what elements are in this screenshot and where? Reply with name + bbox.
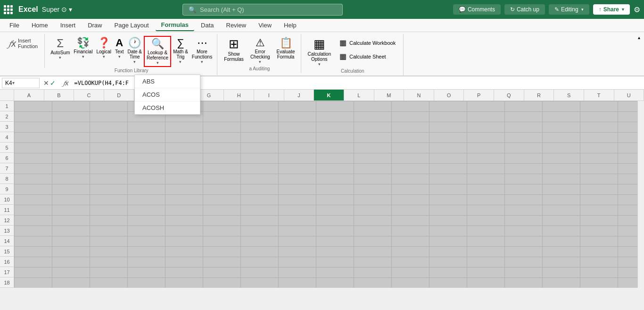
calculate-workbook-button[interactable]: ▦ Calculate Workbook: [337, 37, 398, 49]
scrollbar-right[interactable]: [637, 101, 644, 288]
row-num-13[interactable]: 13: [0, 226, 14, 236]
row-num-5[interactable]: 5: [0, 142, 14, 153]
row-num-6[interactable]: 6: [0, 153, 14, 163]
calculate-group: ▦ Calculate Workbook ▦ Calculate Sheet: [335, 36, 400, 63]
ribbon-group-function-library: Σ AutoSum ▾ 💱 Financial ▾ ❓ Logical ▾: [46, 34, 217, 75]
grid-area[interactable]: [14, 101, 637, 288]
math-arrow: ▾: [179, 59, 182, 64]
row-num-15[interactable]: 15: [0, 246, 14, 257]
search-input[interactable]: [200, 6, 337, 13]
col-header-A[interactable]: A: [14, 90, 44, 101]
editing-button[interactable]: ✎ Editing ▾: [549, 4, 589, 15]
cell-reference-box[interactable]: K4 ▾: [2, 78, 40, 88]
math-trig-button[interactable]: ∑ Math & Trig ▾: [171, 36, 190, 65]
col-header-S[interactable]: S: [554, 90, 584, 101]
row-num-1[interactable]: 1: [0, 101, 14, 111]
row-num-4[interactable]: 4: [0, 132, 14, 142]
menu-draw[interactable]: Draw: [82, 20, 107, 31]
ribbon-content: 𝑓x Insert Function Σ AutoSum ▾: [0, 32, 644, 75]
row-num-9[interactable]: 9: [0, 184, 14, 194]
auditing-buttons: ⊞ Show Formulas ⚠ Error Checking ▾ 📋 Eva…: [221, 36, 297, 65]
col-header-B[interactable]: B: [44, 90, 74, 101]
col-header-P[interactable]: P: [464, 90, 494, 101]
financial-button[interactable]: 💱 Financial ▾: [72, 36, 94, 60]
menu-home[interactable]: Home: [26, 20, 54, 31]
col-header-K[interactable]: K: [314, 90, 344, 101]
row-num-17[interactable]: 17: [0, 267, 14, 277]
col-header-T[interactable]: T: [584, 90, 614, 101]
row-num-14[interactable]: 14: [0, 236, 14, 246]
col-header-I[interactable]: I: [254, 90, 284, 101]
evaluate-formula-button[interactable]: 📋 Evaluate Formula: [274, 36, 298, 60]
col-header-O[interactable]: O: [434, 90, 464, 101]
menu-pagelayout[interactable]: Page Layout: [109, 20, 155, 31]
col-header-M[interactable]: M: [374, 90, 405, 101]
col-header-Q[interactable]: Q: [494, 90, 524, 101]
row-numbers: 1 2 3 4 5 6 7 8 9 10 11 12 13 14 15 16 1…: [0, 101, 14, 288]
autosum-button[interactable]: Σ AutoSum ▾: [49, 36, 72, 61]
share-button[interactable]: ↑ Share ▾: [593, 4, 630, 15]
formula-bar: K4 ▾ ✕ ✓ 𝑓x: [0, 76, 644, 90]
dropdown-item-abs[interactable]: ABS: [135, 75, 200, 88]
spreadsheet-area: 1 2 3 4 5 6 7 8 9 10 11 12 13 14 15 16 1…: [0, 101, 644, 288]
row-num-8[interactable]: 8: [0, 174, 14, 184]
col-header-R[interactable]: R: [524, 90, 554, 101]
datetime-button[interactable]: 🕐 Date & Time ▾: [125, 36, 144, 65]
col-header-N[interactable]: N: [404, 90, 434, 101]
waffle-icon[interactable]: [4, 5, 13, 14]
chevron-down-icon: ▾: [581, 7, 584, 12]
calculation-options-button[interactable]: ▦ Calculation Options ▾: [305, 36, 334, 67]
evaluate-icon: 📋: [280, 37, 292, 49]
lookup-reference-button[interactable]: 🔍 Lookup & Reference ▾: [144, 36, 171, 67]
row-num-3[interactable]: 3: [0, 122, 14, 132]
calculate-sheet-button[interactable]: ▦ Calculate Sheet: [337, 50, 398, 62]
col-header-U[interactable]: U: [614, 90, 644, 101]
search-box[interactable]: 🔍: [182, 4, 343, 16]
title-actions: 💬 Comments ↻ Catch up ✎ Editing ▾ ↑ Shar…: [453, 4, 640, 15]
menu-help[interactable]: Help: [278, 20, 302, 31]
row-num-18[interactable]: 18: [0, 277, 14, 288]
menu-review[interactable]: Review: [221, 20, 252, 31]
row-num-7[interactable]: 7: [0, 163, 14, 174]
show-formulas-button[interactable]: ⊞ Show Formulas: [221, 36, 247, 63]
row-num-2[interactable]: 2: [0, 111, 14, 122]
row-num-10[interactable]: 10: [0, 194, 14, 205]
filename: Super ⊙ ▾: [42, 6, 72, 13]
app-name: Excel: [18, 5, 38, 14]
text-button[interactable]: A Text ▾: [113, 36, 125, 60]
cancel-formula-button[interactable]: ✕: [43, 79, 49, 87]
autosum-arrow: ▾: [59, 55, 61, 60]
settings-icon[interactable]: ⚙: [634, 5, 640, 14]
dropdown-item-acosh[interactable]: ACOSH: [135, 101, 200, 114]
col-header-L[interactable]: L: [344, 90, 374, 101]
more-functions-button[interactable]: ⋯ More Functions ▾: [190, 36, 214, 65]
ribbon: 𝑓x Insert Function Σ AutoSum ▾: [0, 32, 644, 76]
confirm-formula-button[interactable]: ✓: [50, 79, 56, 87]
ribbon-collapse-button[interactable]: ▴: [636, 34, 642, 41]
logical-button[interactable]: ❓ Logical ▾: [94, 36, 113, 60]
insert-function-button[interactable]: 𝑓x Insert Function: [6, 36, 41, 51]
error-checking-button[interactable]: ⚠ Error Checking ▾: [248, 36, 273, 65]
col-header-J[interactable]: J: [284, 90, 314, 101]
menu-view[interactable]: View: [253, 20, 277, 31]
col-header-D[interactable]: D: [104, 90, 134, 101]
menu-insert[interactable]: Insert: [55, 20, 82, 31]
warning-icon: ⚠: [256, 37, 265, 49]
corner-cell: [0, 90, 14, 101]
col-header-C[interactable]: C: [74, 90, 104, 101]
dropdown-item-acos[interactable]: ACOS: [135, 88, 200, 101]
row-num-11[interactable]: 11: [0, 205, 14, 215]
error-check-arrow: ▾: [259, 59, 261, 64]
catch-up-button[interactable]: ↻ Catch up: [504, 4, 545, 15]
row-num-16[interactable]: 16: [0, 257, 14, 267]
share-icon: ↑: [599, 6, 602, 13]
insert-function-group: 𝑓x Insert Function: [6, 36, 41, 66]
comments-button[interactable]: 💬 Comments: [453, 4, 501, 15]
more-icon: ⋯: [197, 37, 207, 49]
grid-lines: [14, 101, 637, 288]
menu-formulas[interactable]: Formulas: [156, 19, 195, 31]
col-header-H[interactable]: H: [224, 90, 254, 101]
menu-file[interactable]: File: [4, 20, 25, 31]
row-num-12[interactable]: 12: [0, 215, 14, 226]
menu-data[interactable]: Data: [195, 20, 219, 31]
